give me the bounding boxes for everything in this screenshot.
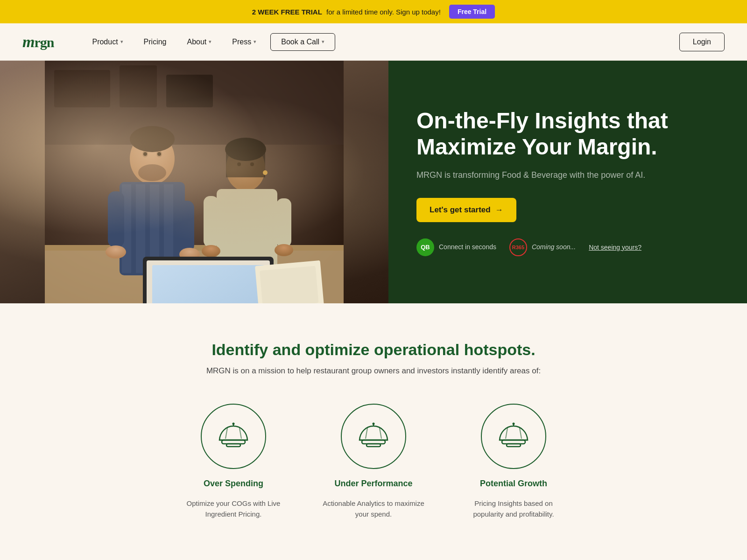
svg-rect-36: [147, 260, 270, 303]
chevron-down-icon: ▾: [322, 39, 324, 45]
overspending-desc: Optimize your COGs with Live Ingredient …: [182, 498, 285, 519]
svg-rect-15: [178, 201, 194, 252]
svg-point-21: [143, 152, 147, 156]
potentialgrowth-label: Potential Growth: [480, 478, 547, 489]
svg-rect-10: [122, 184, 131, 273]
svg-rect-35: [143, 257, 274, 303]
hotspots-subtext: MRGN is on a mission to help restaurant …: [19, 366, 728, 376]
svg-point-22: [157, 152, 161, 156]
svg-rect-6: [45, 247, 344, 303]
svg-rect-5: [166, 75, 213, 107]
hero-cta-button[interactable]: Let's get started →: [416, 198, 516, 222]
hero-image: [0, 61, 388, 303]
banner-text: 2 WEEK FREE TRIAL for a limited time onl…: [252, 8, 441, 16]
cloche-icon-2: [357, 422, 390, 450]
svg-point-16: [106, 245, 126, 259]
svg-rect-7: [45, 245, 344, 251]
hotspot-card-overspending: Over Spending Optimize your COGs with Li…: [182, 404, 285, 519]
svg-point-52: [373, 423, 375, 425]
hero-content: On-the-Fly Insights that Maximize Your M…: [388, 61, 747, 303]
hotspot-card-underperformance: Under Performance Actionable Analytics t…: [322, 404, 425, 519]
svg-rect-39: [255, 260, 324, 303]
svg-point-33: [250, 162, 254, 166]
chevron-down-icon: ▾: [209, 39, 211, 45]
login-button[interactable]: Login: [679, 33, 725, 51]
hero-photo: [0, 61, 388, 303]
free-trial-button[interactable]: Free Trial: [449, 5, 495, 19]
svg-point-20: [156, 151, 162, 157]
svg-rect-4: [120, 65, 157, 107]
svg-rect-38: [152, 265, 264, 303]
nav-product[interactable]: Product ▾: [82, 33, 133, 51]
underperformance-icon: [341, 404, 406, 469]
overspending-label: Over Spending: [204, 478, 263, 489]
nav-about[interactable]: About ▾: [177, 33, 222, 51]
svg-point-23: [138, 164, 166, 181]
svg-rect-2: [45, 61, 344, 145]
svg-point-17: [179, 248, 200, 261]
not-seeing-link[interactable]: Not seeing yours?: [589, 244, 641, 251]
svg-rect-43: [226, 444, 240, 447]
hotspots-section: Identify and optimize operational hotspo…: [0, 303, 747, 560]
nav-book-a-call[interactable]: Book a Call ▾: [270, 33, 335, 51]
quickbooks-logo: QB: [416, 238, 434, 256]
svg-rect-12: [150, 184, 159, 273]
arrow-icon: →: [495, 205, 503, 215]
cloche-icon-1: [217, 422, 250, 450]
overspending-icon: [201, 404, 266, 469]
logo[interactable]: mrgn: [22, 33, 54, 51]
hero-section: On-the-Fly Insights that Maximize Your M…: [0, 61, 747, 303]
svg-point-28: [202, 245, 220, 257]
svg-rect-57: [507, 444, 521, 447]
cloche-icon-3: [497, 422, 530, 450]
hero-integrations: QB Connect in seconds R365 Coming soon..…: [416, 238, 721, 256]
svg-rect-3: [54, 70, 110, 107]
hotspot-cards: Over Spending Optimize your COGs with Li…: [19, 404, 728, 519]
svg-rect-40: [260, 266, 319, 303]
underperformance-label: Under Performance: [334, 478, 412, 489]
svg-point-59: [513, 423, 515, 425]
svg-rect-31: [226, 149, 265, 177]
svg-rect-1: [45, 61, 344, 303]
svg-line-61: [520, 428, 521, 439]
svg-rect-11: [136, 184, 145, 273]
chevron-down-icon: ▾: [254, 39, 256, 45]
potentialgrowth-icon: [481, 404, 546, 469]
r365-logo: R365: [509, 238, 527, 256]
hotspot-card-potentialgrowth: Potential Growth Pricing Insights based …: [462, 404, 565, 519]
svg-rect-50: [366, 444, 381, 447]
promo-banner: 2 WEEK FREE TRIAL for a limited time onl…: [0, 0, 747, 23]
svg-point-8: [130, 133, 175, 184]
svg-line-46: [226, 428, 227, 439]
svg-rect-0: [45, 61, 344, 303]
svg-point-24: [226, 145, 265, 191]
r365-integration: R365 Coming soon...: [509, 238, 576, 256]
nav-pricing[interactable]: Pricing: [134, 33, 177, 51]
main-navbar: mrgn Product ▾ Pricing About ▾ Press ▾ B…: [0, 23, 747, 61]
hotspots-heading: Identify and optimize operational hotspo…: [19, 341, 728, 359]
hero-subtitle: MRGN is transforming Food & Beverage wit…: [416, 169, 721, 182]
hero-illustration: [0, 61, 388, 303]
svg-line-53: [366, 428, 367, 439]
svg-point-34: [263, 170, 268, 175]
svg-point-18: [130, 126, 175, 152]
chevron-down-icon: ▾: [120, 39, 123, 45]
svg-line-47: [240, 428, 241, 439]
svg-point-30: [225, 138, 266, 161]
svg-rect-27: [276, 198, 291, 247]
svg-point-45: [233, 423, 235, 425]
svg-rect-13: [164, 184, 173, 273]
nav-links: Product ▾ Pricing About ▾ Press ▾ Book a…: [82, 33, 679, 51]
svg-rect-26: [204, 196, 218, 247]
svg-point-32: [237, 162, 241, 166]
svg-point-29: [275, 244, 293, 256]
svg-rect-37: [152, 265, 264, 303]
svg-rect-14: [108, 191, 124, 247]
potentialgrowth-desc: Pricing Insights based on popularity and…: [462, 498, 565, 519]
underperformance-desc: Actionable Analytics to maximize your sp…: [322, 498, 425, 519]
nav-press[interactable]: Press ▾: [222, 33, 267, 51]
svg-line-54: [380, 428, 381, 439]
svg-rect-9: [120, 182, 185, 275]
hero-title: On-the-Fly Insights that Maximize Your M…: [416, 108, 721, 159]
svg-point-19: [142, 151, 148, 157]
